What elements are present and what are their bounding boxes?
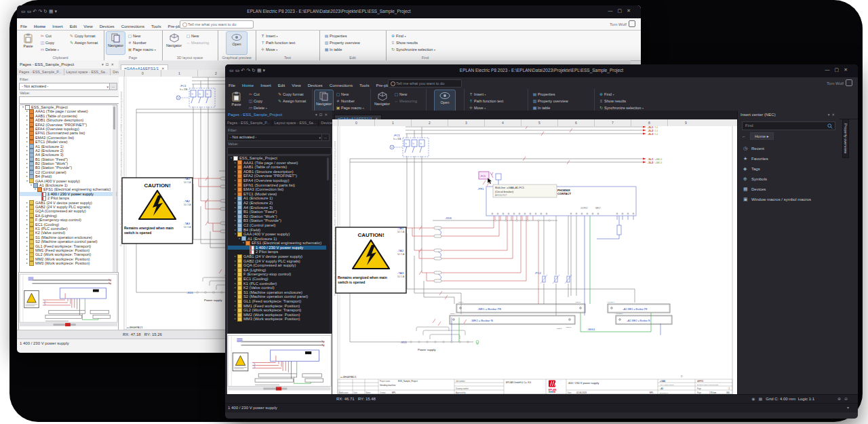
tree-item[interactable]: ▸B3 (Station "Provide") [228, 218, 329, 223]
insert-center-item[interactable]: ⊕Symbols [738, 174, 840, 184]
dock-tab[interactable]: Layout space - ESS_Sa... [64, 69, 111, 75]
3d-new-button[interactable]: ▢New [393, 91, 417, 98]
titlebar[interactable]: ▭▭↶↷↻▦▾ EPLAN Electric P8 2023 - E:\EPLA… [17, 5, 641, 18]
tree-item[interactable]: ▸EFA2 (Overview "PROFINET") [228, 174, 329, 178]
path-function-text-button[interactable]: TPath function text [260, 39, 295, 46]
show-results-button[interactable]: ≡Show results [390, 39, 435, 46]
page-navigator-button[interactable]: Navigator [106, 32, 125, 54]
measuring-button[interactable]: ↔Measuring [393, 98, 417, 104]
filter-more-button[interactable]: ... [109, 83, 117, 90]
panel-close-icon[interactable]: ✕ [111, 62, 116, 66]
graphical-preview[interactable] [18, 272, 119, 330]
3d-navigator-button[interactable]: Navigator [165, 32, 183, 54]
paste-button[interactable]: Paste [227, 90, 245, 113]
find-button[interactable]: ⊕Find ▾ [598, 91, 644, 98]
tree-item[interactable]: ▾ESS_Sample_Project [228, 156, 329, 161]
tree-item[interactable]: 1 400 / 230 V power supply [228, 246, 329, 250]
snap-icon[interactable]: ◉ [751, 397, 755, 401]
filter-more-button[interactable]: ... [321, 134, 330, 141]
tree-item[interactable]: ▸MM3 (Work workpiece: Position) [228, 317, 329, 322]
insert-text-button[interactable]: TInsert ▾ [260, 33, 295, 39]
preview-open-button[interactable]: Open [435, 90, 455, 113]
insert-text-button[interactable]: TInsert ▾ [468, 91, 503, 98]
page-number-button[interactable]: #Number [127, 39, 156, 46]
3d-new-button[interactable]: ▢New [185, 33, 209, 39]
tree-item[interactable]: ▸B2 (Station "Work") [228, 214, 329, 219]
filter-select[interactable]: - Not activated -▾ [227, 134, 323, 141]
insert-center-search-input[interactable]: Find [742, 121, 835, 130]
tree-item[interactable]: ▸A2 (Enclosure 2) [228, 201, 329, 206]
minimize-button[interactable]: — [825, 67, 835, 72]
maximize-button[interactable]: ▢ [835, 67, 844, 72]
tree-item[interactable]: ▸EFA4 (Overview topology) [228, 178, 329, 183]
back-icon[interactable]: ← [742, 134, 746, 138]
tree-item[interactable]: ▾EFS1 (Electrical engineering schematic) [228, 241, 329, 246]
insert-center-item[interactable]: ▣Window macros / symbol macros [738, 194, 840, 204]
tree-item[interactable]: ▸GAB1 (24 V device power supply) [228, 254, 329, 259]
measuring-button[interactable]: ↔Measuring [185, 39, 209, 46]
assign-format-button[interactable]: ✎Assign format [277, 98, 306, 104]
close-button[interactable]: ✕ [627, 8, 635, 13]
tree-item[interactable]: ▸GQA (Compressed air supply) [228, 263, 329, 268]
eplan-window-front[interactable]: ▭▭↶↷↻▦▾ EPLAN Electric P8 2023 - E:\EPLA… [225, 64, 858, 419]
tree-item[interactable]: ▸GL2 (Work workpiece: Transport) [228, 308, 329, 313]
dock-tab[interactable]: Devices - ESS_Sample_... [319, 119, 332, 126]
maximize-button[interactable]: ▢ [618, 8, 627, 13]
page-new-button[interactable]: ▢New [127, 33, 156, 39]
tree-item[interactable]: ▸GL1 (Feed workpiece: Transport) [228, 299, 329, 304]
tree-item[interactable]: ▾A1 (Enclosure 1) [228, 237, 329, 242]
tree-item[interactable]: ▸AAA1 (Title page / cover sheet) [228, 161, 329, 166]
tree-item[interactable]: ▸MM1 (Feed workpiece: Position) [228, 304, 329, 309]
paste-button[interactable]: Paste [19, 32, 37, 54]
page-macro-button[interactable]: ▣Page macro ▾ [127, 46, 156, 53]
copy-button[interactable]: ◫Copy [39, 39, 59, 46]
tree-item[interactable]: ▸MM2 (Work workpiece: Position) [228, 313, 329, 317]
grid-toggle-icon[interactable]: ▦ [759, 397, 763, 401]
tree-item[interactable]: ▸A1 (Enclosure 1) [228, 196, 329, 201]
tree-item[interactable]: ▸ETC1 (Model view) [228, 192, 329, 197]
panel-close-icon[interactable]: ✕ [324, 113, 330, 117]
move-button[interactable]: ✛Move ▾ [260, 46, 295, 53]
properties-button[interactable]: ▤Properties [323, 33, 360, 39]
synchronize-selection-button[interactable]: ↻Synchronize selection ▾ [390, 46, 435, 53]
properties-button[interactable]: ▤Properties [532, 91, 568, 98]
cut-button[interactable]: ✂Cut [248, 91, 267, 98]
filter-select[interactable]: - Not activated -▾ [19, 83, 111, 90]
tree-item[interactable]: ▸EC1 (Cooling) [228, 277, 329, 282]
tree-item[interactable]: ▸GAB2 (24 V supply PLC signals) [228, 259, 329, 264]
in-table-button[interactable]: ▦In table [323, 46, 360, 53]
property-overview-button[interactable]: ▥Property overview [532, 98, 568, 104]
tree-item[interactable]: ▸S2 (Machine operation control panel) [228, 294, 329, 299]
cut-button[interactable]: ✂Cut [39, 33, 59, 39]
home-breadcrumb[interactable]: Home ▸ [750, 132, 774, 140]
zoom-in-icon[interactable]: ⊕ [837, 397, 841, 401]
tree-item[interactable]: ▸K1 (PLC controller) [228, 282, 329, 286]
assign-format-button[interactable]: ✎Assign format [68, 39, 98, 46]
panel-close-icon[interactable]: ✕ [831, 113, 837, 117]
insert-center-item[interactable]: ◈Tags [738, 163, 840, 174]
tree-item[interactable]: ▸MM3 (Work workpiece: Position) [20, 261, 117, 265]
insert-center-item[interactable]: ★Favorites [738, 153, 840, 163]
zoom-out-icon[interactable]: ⊖ [844, 397, 848, 401]
property-overview-side-tab[interactable]: Property overview [842, 119, 849, 158]
minimize-button[interactable]: — [608, 8, 618, 13]
tree-item[interactable]: ▸EMA3 (Connection list) [228, 187, 329, 192]
dock-tab[interactable]: Layout space - ESS_Sa... [273, 119, 319, 126]
close-button[interactable]: ✕ [844, 67, 852, 72]
page-new-button[interactable]: ▢New [335, 91, 364, 98]
graphical-preview[interactable] [226, 333, 332, 395]
user-account[interactable]: Tom Wolf [827, 79, 852, 86]
tree-item[interactable]: ▸A4 (Enclosure 3) [228, 206, 329, 210]
tree-item[interactable]: ▸C2 (Control panel) [228, 223, 329, 228]
tree-item[interactable]: ▸S1 (Machine operation enclosure) [228, 290, 329, 295]
tree-item[interactable]: ▸ADB1 (Structure description) [228, 170, 329, 174]
schematic-canvas[interactable]: Multi-line: =GAA+A1-FC5 (Circuit breaker… [332, 126, 737, 395]
insert-center-item[interactable]: ◷Recent [738, 143, 840, 153]
page-navigator-button[interactable]: Navigator [315, 90, 333, 113]
dock-tab[interactable]: Pages - ESS_Sample_P... [225, 119, 273, 126]
tree-item[interactable]: ▸B4 (Field) [228, 228, 329, 233]
tree-item[interactable]: ▸AAB1 (Table of contents) [228, 165, 329, 170]
tree-item[interactable]: ▸F (Emergency-stop control) [228, 272, 329, 277]
show-results-button[interactable]: ≡Show results [598, 98, 644, 104]
3d-navigator-button[interactable]: Navigator [373, 90, 391, 113]
